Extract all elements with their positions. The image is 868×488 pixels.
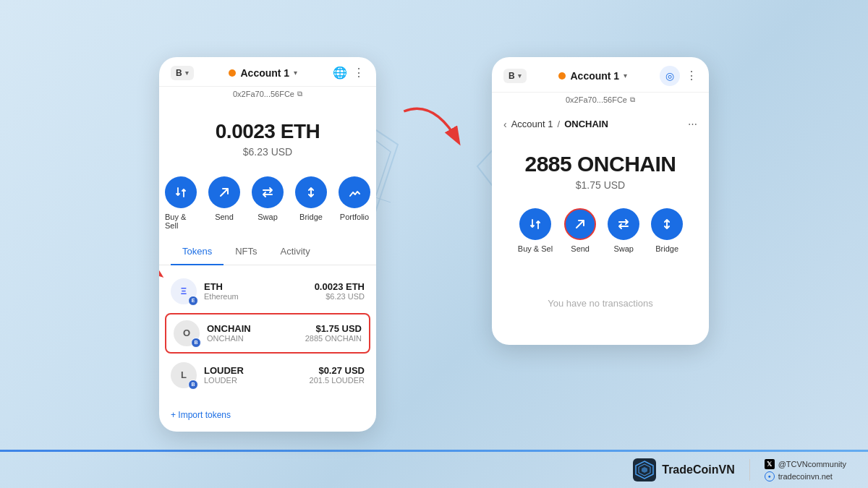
right-buy-sell-icon [519, 208, 551, 240]
tab-nfts[interactable]: NFTs [224, 239, 268, 265]
token-item-louder[interactable]: L B LOUDER LOUDER $0.27 USD 201.5 LOUDER [159, 355, 376, 395]
bridge-label-left: Bridge [299, 213, 323, 221]
swap-button-left[interactable]: Swap [252, 176, 284, 230]
right-phone-header: B ▾ Account 1 ▾ ◎ ⋮ [492, 57, 709, 93]
chevron-down-icon: ▾ [185, 69, 189, 77]
network-badge: B ▾ [171, 66, 194, 80]
globe-nav-icon[interactable]: 🌐 [333, 66, 347, 80]
brand-section: TradeCoinVN [633, 458, 734, 481]
tab-tokens[interactable]: Tokens [171, 239, 224, 265]
right-send-button[interactable]: Send [564, 208, 596, 253]
onchain-balance-usd: $1.75 USD [503, 179, 697, 191]
left-phone-card: B ▾ Account 1 ▾ 🌐 ⋮ 0x2Fa70...56FCe ⧉ 0.… [159, 57, 376, 432]
eth-network-badge: E [188, 296, 198, 306]
swap-icon-left [252, 176, 284, 208]
account-name-left: Account 1 [240, 67, 289, 79]
usd-balance-left: $6.23 USD [171, 146, 365, 158]
account-selector[interactable]: Account 1 ▾ [229, 67, 297, 79]
eth-amount: 0.0023 ETH [315, 281, 365, 292]
louder-info: LOUDER LOUDER [204, 365, 302, 385]
action-buttons-right: Buy & Sel Send Swap Bridge [492, 197, 709, 262]
no-transactions-message: You have no transactions [492, 262, 709, 345]
right-buy-sell-button[interactable]: Buy & Sel [518, 208, 553, 253]
right-network-badge: B ▾ [503, 69, 527, 83]
address-text-left: 0x2Fa70...56FCe [233, 90, 294, 98]
right-swap-icon [608, 208, 639, 240]
address-row-left: 0x2Fa70...56FCe ⧉ [159, 87, 376, 106]
portfolio-icon [339, 176, 370, 208]
portfolio-button[interactable]: Portfolio [339, 176, 370, 230]
onchain-network-badge: B [191, 338, 201, 348]
copy-icon[interactable]: ⧉ [297, 90, 302, 98]
globe-icon: ● [765, 471, 775, 481]
more-options-icon[interactable]: ⋮ [353, 66, 365, 80]
louder-name: LOUDER [204, 365, 302, 376]
website-url: tradecoinvn.net [778, 472, 833, 481]
buy-sell-button[interactable]: Buy & Sell [165, 176, 197, 230]
right-send-label: Send [571, 244, 590, 253]
louder-amount: 201.5 LOUDER [310, 376, 365, 385]
network-selector[interactable]: B ▾ [171, 66, 194, 80]
eth-name: ETH [204, 281, 307, 292]
account-chevron-icon: ▾ [294, 69, 297, 77]
right-copy-icon[interactable]: ⧉ [630, 95, 635, 104]
coinbase-icon[interactable]: ◎ [660, 66, 680, 86]
brand-name: TradeCoinVN [662, 463, 734, 476]
eth-usd: $6.23 USD [315, 292, 365, 301]
right-swap-button[interactable]: Swap [608, 208, 639, 253]
buy-sell-icon [165, 176, 197, 208]
louder-chain: LOUDER [204, 376, 302, 385]
right-account-name: Account 1 [570, 70, 619, 82]
between-arrow [398, 86, 470, 173]
onchain-usd: $1.75 USD [305, 323, 362, 334]
right-bridge-icon [651, 208, 683, 240]
louder-icon: L B [171, 362, 197, 388]
back-icon[interactable]: ‹ [503, 119, 507, 130]
right-buy-sell-label: Buy & Sel [518, 244, 553, 253]
swap-label-left: Swap [258, 213, 278, 221]
right-bridge-button[interactable]: Bridge [651, 208, 683, 253]
balance-section-left: 0.0023 ETH $6.23 USD [159, 106, 376, 165]
right-network-selector[interactable]: B ▾ [503, 69, 527, 83]
portfolio-label: Portfolio [340, 213, 369, 221]
onchain-balance-main: 2885 ONCHAIN [503, 152, 697, 176]
eth-chain: Ethereum [204, 292, 307, 301]
onchain-icon: O B [174, 320, 200, 346]
onchain-balance-section: 2885 ONCHAIN $1.75 USD [492, 137, 709, 197]
website-link[interactable]: ● tradecoinvn.net [765, 471, 846, 481]
account-status-dot [229, 69, 236, 77]
breadcrumb-menu-icon[interactable]: ⋯ [688, 119, 697, 129]
address-text-right: 0x2Fa70...56FCe [566, 95, 627, 104]
twitter-link[interactable]: 𝕏 @TCVNcommunity [765, 459, 846, 469]
right-phone-card: B ▾ Account 1 ▾ ◎ ⋮ 0x2Fa70...56FCe ⧉ ‹ … [492, 57, 709, 345]
token-item-onchain[interactable]: O B ONCHAIN ONCHAIN $1.75 USD 2885 ONCHA… [165, 313, 370, 354]
bridge-button-left[interactable]: Bridge [295, 176, 327, 230]
right-more-options-icon[interactable]: ⋮ [686, 69, 697, 82]
onchain-values: $1.75 USD 2885 ONCHAIN [305, 323, 362, 343]
louder-values: $0.27 USD 201.5 LOUDER [310, 365, 365, 385]
token-list: Ξ E ETH Ethereum 0.0023 ETH $6.23 USD O … [159, 265, 376, 401]
onchain-amount: 2885 ONCHAIN [305, 334, 362, 343]
breadcrumb-current: ONCHAIN [564, 119, 608, 129]
send-button-left[interactable]: Send [208, 176, 240, 230]
right-account-selector[interactable]: Account 1 ▾ [558, 70, 627, 82]
footer: TradeCoinVN 𝕏 @TCVNcommunity ● tradecoin… [0, 452, 868, 488]
onchain-name: ONCHAIN [207, 323, 298, 334]
send-label-left: Send [215, 213, 234, 221]
social-links: 𝕏 @TCVNcommunity ● tradecoinvn.net [765, 459, 846, 481]
breadcrumb-separator: / [558, 119, 561, 129]
breadcrumb-back[interactable]: Account 1 [511, 119, 553, 129]
buy-sell-label: Buy & Sell [165, 213, 197, 230]
right-header-actions: ◎ ⋮ [660, 66, 697, 86]
eth-icon: Ξ E [171, 278, 197, 304]
import-tokens-button[interactable]: + Import tokens [159, 401, 376, 432]
eth-info: ETH Ethereum [204, 281, 307, 301]
token-item-eth[interactable]: Ξ E ETH Ethereum 0.0023 ETH $6.23 USD [159, 271, 376, 312]
bridge-icon-left [295, 176, 327, 208]
brand-logo [633, 458, 656, 481]
right-bridge-label: Bridge [655, 244, 678, 253]
tab-activity[interactable]: Activity [269, 239, 322, 265]
right-swap-label: Swap [613, 244, 634, 253]
tabs-left: Tokens NFTs Activity [159, 239, 376, 265]
header-actions: 🌐 ⋮ [333, 66, 365, 80]
